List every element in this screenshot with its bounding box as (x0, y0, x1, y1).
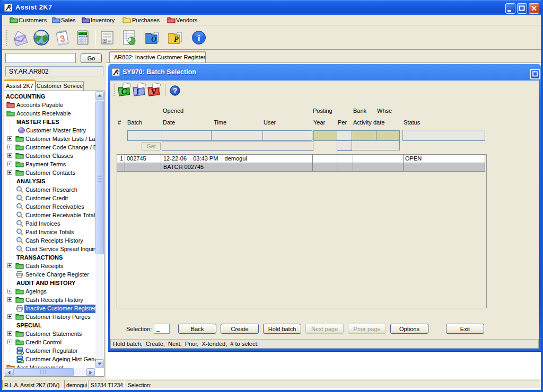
svg-text:i: i (198, 33, 200, 43)
svg-text:O: O (151, 35, 156, 43)
svg-text:?: ? (173, 86, 178, 95)
svg-text:P: P (174, 35, 179, 43)
